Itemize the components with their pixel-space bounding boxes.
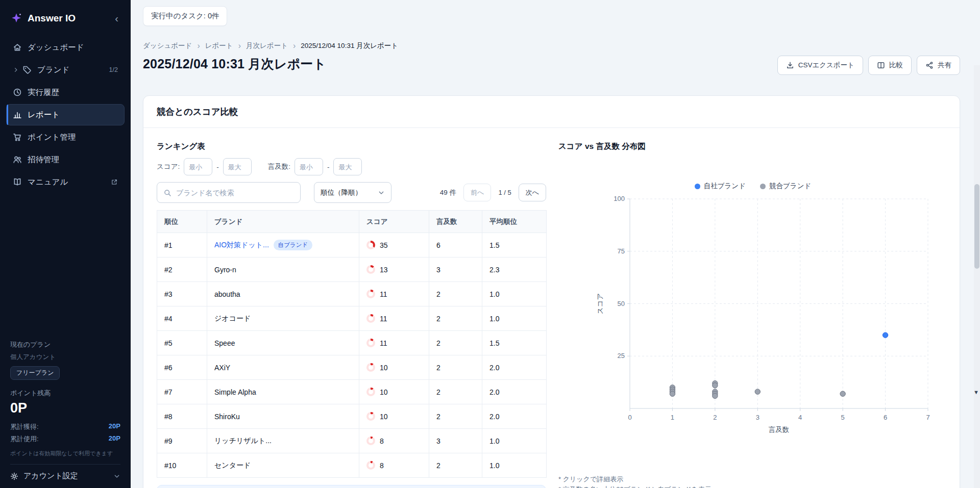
scatter-point[interactable] (883, 332, 888, 338)
score-filter-label: スコア: (157, 162, 180, 171)
svg-text:50: 50 (618, 300, 625, 307)
brand-name: ジオコード (214, 314, 251, 322)
score-donut-icon (366, 388, 375, 396)
table-row: #1AIO対策ドット...自ブランド3561.5 (157, 233, 547, 258)
svg-text:75: 75 (618, 247, 625, 255)
sidebar-item-manual[interactable]: マニュアル (6, 171, 125, 193)
account-settings-button[interactable]: アカウント設定 (10, 464, 120, 481)
rank-cell: #8 (157, 404, 207, 429)
share-icon (925, 61, 934, 69)
csv-export-label: CSVエクスポート (798, 61, 854, 70)
sidebar-nav: ダッシュボード ブランド 1/2 実行履歴 レポート ポイント管理 (0, 34, 131, 196)
sidebar-collapse-button[interactable]: ‹ (113, 13, 120, 23)
brand-cell: センタード (207, 453, 359, 478)
breadcrumb-monthly-report[interactable]: 月次レポート (246, 41, 288, 50)
rank-cell: #9 (157, 429, 207, 453)
plan-badge: フリープラン (10, 366, 60, 380)
sidebar-item-points[interactable]: ポイント管理 (6, 126, 125, 148)
prev-page-button[interactable]: 前へ (463, 184, 491, 201)
brand-link[interactable]: AIO対策ドット... (214, 241, 269, 249)
breadcrumb-current: 2025/12/04 10:31 月次レポート (301, 41, 398, 50)
points-earned-label: 累計獲得: (10, 422, 39, 431)
footnote: * クリックで詳細表示 (558, 474, 947, 484)
mentions-max-input[interactable] (333, 158, 362, 175)
mentions-cell: 6 (429, 233, 482, 258)
score-min-input[interactable] (184, 158, 212, 175)
mentions-cell: 2 (429, 380, 482, 404)
scatter-point[interactable] (713, 393, 718, 398)
range-filters: スコア: - 言及数: - (157, 158, 546, 175)
score-max-input[interactable] (223, 158, 252, 175)
sidebar-item-dashboard[interactable]: ダッシュボード (6, 37, 125, 58)
main-content: 実行中のタスク: 0件 ダッシュボード › レポート › 月次レポート › 20… (131, 0, 980, 488)
breadcrumb-reports[interactable]: レポート (205, 41, 233, 50)
columns-icon (877, 61, 885, 69)
brand-name: Simple Alpha (214, 388, 256, 396)
brand-count-badge: 1/2 (109, 66, 118, 73)
brand-cell: AIO対策ドット...自ブランド (207, 233, 359, 258)
mentions-filter-label: 言及数: (268, 162, 290, 171)
ranking-panel: ランキング表 スコア: - 言及数: - (157, 141, 546, 488)
scatter-point[interactable] (840, 391, 845, 396)
sidebar-item-brand[interactable]: ブランド 1/2 (6, 59, 125, 81)
rank-cell: #2 (157, 258, 207, 282)
svg-text:0: 0 (628, 414, 631, 421)
score-donut-icon (366, 363, 375, 372)
avg-rank-cell: 1.0 (482, 453, 547, 478)
scatter-plot: 25507510001234567スコア言及数 (558, 194, 947, 433)
column-header-score: スコア (359, 211, 429, 233)
sort-select-value: 順位（降順） (321, 188, 362, 197)
score-donut-icon (366, 290, 375, 298)
score-donut-icon (366, 265, 375, 274)
score-cell: 10 (359, 380, 429, 404)
breadcrumb-separator: › (293, 42, 296, 50)
score-donut-icon (366, 412, 375, 421)
svg-text:7: 7 (926, 414, 929, 421)
brand-name: リッチリザルト... (214, 436, 272, 445)
app-title: Answer IO (28, 13, 76, 24)
running-tasks-text: 実行中のタスク: 0件 (151, 11, 219, 21)
share-button[interactable]: 共有 (917, 56, 960, 75)
score-donut-icon (366, 339, 375, 347)
brand-name: AXiY (214, 364, 230, 372)
page-header: 2025/12/04 10:31 月次レポート CSVエクスポート 比較 共有 (143, 56, 960, 75)
mentions-min-input[interactable] (295, 158, 323, 175)
range-dash: - (327, 163, 330, 171)
ranking-table-title: ランキング表 (157, 141, 546, 152)
scrollbar[interactable] (974, 65, 980, 488)
brand-cell: aboutha (207, 282, 359, 306)
account-settings-label: アカウント設定 (23, 471, 78, 481)
breadcrumb-separator: › (197, 42, 200, 50)
csv-export-button[interactable]: CSVエクスポート (777, 56, 863, 75)
scatter-point[interactable] (713, 383, 718, 388)
sidebar-item-invitations[interactable]: 招待管理 (6, 149, 125, 170)
score-adjustment-info[interactable]: スコア調整について (157, 485, 546, 488)
score-donut-icon (366, 314, 375, 323)
svg-text:2: 2 (713, 414, 717, 421)
breadcrumb: ダッシュボード › レポート › 月次レポート › 2025/12/04 10:… (143, 41, 960, 50)
table-row: #10センタード821.0 (157, 453, 547, 478)
scrollbar-thumb[interactable] (974, 184, 979, 269)
sidebar-item-reports[interactable]: レポート (6, 104, 125, 125)
download-icon (786, 61, 794, 69)
brand-cell: ShiroKu (207, 404, 359, 429)
scatter-point[interactable] (670, 391, 675, 396)
sort-select[interactable]: 順位（降順） (314, 182, 391, 203)
scatter-point[interactable] (755, 389, 760, 394)
brand-search-input[interactable] (176, 189, 294, 197)
result-count: 49 件 (440, 188, 456, 197)
column-header-brand: ブランド (207, 211, 359, 233)
table-row: #9リッチリザルト...831.0 (157, 429, 547, 453)
sidebar-item-history[interactable]: 実行履歴 (6, 82, 125, 103)
app-root: Answer IO ‹ ダッシュボード ブランド 1/2 実行履歴 レポート (0, 0, 980, 488)
score-cell: 11 (359, 306, 429, 331)
rank-cell: #6 (157, 355, 207, 380)
card-header: 競合とのスコア比較 (143, 96, 960, 128)
svg-text:言及数: 言及数 (769, 426, 790, 433)
compare-button[interactable]: 比較 (868, 56, 912, 75)
next-page-button[interactable]: 次へ (519, 184, 546, 201)
sidebar-item-label: レポート (28, 110, 60, 120)
breadcrumb-dashboard[interactable]: ダッシュボード (143, 41, 192, 50)
range-dash: - (216, 163, 219, 171)
own-brand-dot-icon (695, 184, 700, 189)
